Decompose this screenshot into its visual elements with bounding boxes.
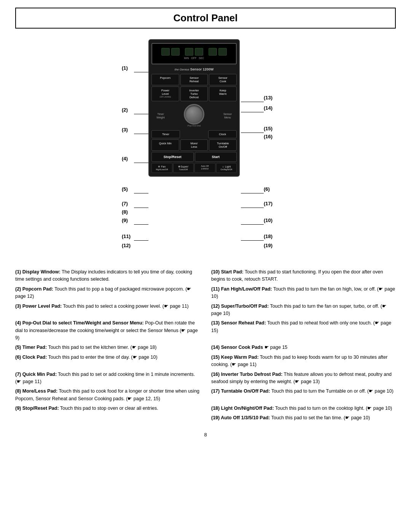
label-sec: SEC	[199, 57, 204, 59]
turntable-button[interactable]: TurntableOn/Off	[209, 139, 237, 151]
desc-14-body: ☛ page 15	[264, 345, 288, 350]
more-less-button[interactable]: More/Less	[180, 139, 208, 151]
desc-5: (5) Timer Pad: Touch this pad to set the…	[15, 344, 200, 351]
fan-icon: ❄ Fan	[152, 165, 172, 168]
callout-16: (16)	[264, 134, 272, 139]
desc-17-title: (17) Turntable On/Off Pad:	[211, 388, 270, 394]
desc-3-body: Touch this pad to select a cooking power…	[63, 304, 189, 309]
timer-clock-row: Timer Clock	[151, 130, 237, 138]
button-row-2: PowerLevel(10 Levels) InverterTurboDefro…	[151, 86, 237, 101]
desc-10: (10) Start Pad: Touch this pad to start …	[211, 268, 396, 283]
callout-18: (18)	[264, 233, 272, 239]
digit-3	[185, 48, 193, 56]
desc-6-title: (6) Clock Pad:	[15, 355, 47, 360]
stop-reset-button[interactable]: Stop/Reset	[151, 152, 194, 162]
line-7	[134, 208, 148, 208]
dial-right-label: SensorMenu	[220, 112, 235, 119]
keep-warm-button[interactable]: KeepWarm	[209, 86, 237, 101]
desc-2: (2) Popcorn Pad: Touch this pad to pop a…	[15, 286, 200, 300]
power-level-button[interactable]: PowerLevel(10 Levels)	[151, 86, 179, 101]
brand-model: Sensor 1200W	[190, 67, 214, 71]
line-3	[134, 134, 148, 134]
label-min: MIN	[184, 57, 189, 59]
desc-9-body: Touch this pad to stop oven or clear all…	[60, 406, 158, 411]
button-row-1: Popcorn SensorReheat SensorCook	[151, 74, 237, 85]
callout-4: (4)	[122, 156, 128, 161]
desc-14-title: (14) Sensor Cook Pads	[211, 345, 263, 350]
desc-1: (1) Display Window: The Display includes…	[15, 268, 200, 283]
descriptions-section: (1) Display Window: The Display includes…	[15, 268, 396, 424]
callout-1: (1)	[122, 65, 128, 71]
desc-12-title: (12) Super/Turbo/Off Pad:	[211, 304, 269, 309]
callout-3: (3)	[122, 127, 128, 133]
desc-11: (11) Fan High/Low/Off Pad: Touch this pa…	[211, 286, 396, 300]
callout-13: (13)	[264, 95, 272, 101]
callout-8: (8)	[122, 209, 128, 215]
dial-caption: Pop-Out Dial	[188, 125, 201, 127]
dial-row: Time/Weight Pop-Out Dial SensorMenu	[151, 102, 237, 129]
callout-5: (5)	[122, 186, 128, 192]
callout-11: (11)	[122, 233, 131, 239]
line-4	[134, 163, 148, 163]
line-17	[241, 208, 264, 208]
fan-button[interactable]: ❄ Fan High/Low/Off	[151, 163, 172, 173]
inverter-turbo-button[interactable]: InverterTurboDefrost	[180, 86, 208, 101]
desc-16: (16) Inverter Turbo Defrost Pad: This fe…	[211, 371, 396, 386]
desc-5-body: Touch this pad to set the kitchen timer.…	[48, 345, 156, 350]
desc-3: (3) Power Level Pad: Touch this pad to s…	[15, 303, 200, 318]
quick-min-button[interactable]: Quick Min	[151, 139, 179, 151]
auto-off-button[interactable]: Auto Off1/3/5/10	[194, 163, 215, 173]
desc-12: (12) Super/Turbo/Off Pad: Touch this pad…	[211, 303, 396, 318]
desc-15-title: (15) Keep Warm Pad:	[211, 355, 259, 360]
desc-19-title: (19) Auto Off 1/3/5/10 Pad:	[211, 415, 270, 420]
desc-6-body: Touch this pad to enter the time of day.…	[48, 355, 158, 360]
desc-6: (6) Clock Pad: Touch this pad to enter t…	[15, 354, 200, 369]
line-11	[134, 240, 148, 241]
line-6	[241, 193, 264, 193]
line-1	[134, 72, 148, 72]
desc-4: (4) Pop-Out Dial to select Time/Weight a…	[15, 320, 200, 342]
line-9	[134, 224, 148, 225]
desc-4-title: (4) Pop-Out Dial to select Time/Weight a…	[15, 320, 144, 326]
desc-11-title: (11) Fan High/Low/Off Pad:	[211, 286, 272, 292]
desc-7-title: (7) Quick Min Pad:	[15, 372, 57, 377]
popcorn-button[interactable]: Popcorn	[151, 74, 179, 85]
page-title: Control Panel	[15, 8, 396, 29]
desc-8-title: (8) More/Less Pad:	[15, 388, 57, 394]
digit-1	[161, 48, 170, 56]
desc-19: (19) Auto Off 1/3/5/10 Pad: Touch this p…	[211, 414, 396, 422]
diagram-section: (1) (2) (3) (4) (5) (7) (8) (9) (11) (12…	[15, 35, 396, 260]
super-turbo-button[interactable]: ❋Super/ Turbo/Off	[173, 163, 194, 173]
start-button[interactable]: Start	[195, 152, 237, 162]
pop-out-dial[interactable]	[184, 104, 204, 125]
desc-5-title: (5) Timer Pad:	[15, 345, 47, 350]
light-button[interactable]: ☼ Light On/Night/Off	[216, 163, 237, 173]
callout-9: (9)	[122, 217, 128, 223]
display-digits	[161, 48, 227, 56]
callout-2: (2)	[122, 107, 128, 113]
sensor-cook-button[interactable]: SensorCook	[209, 74, 237, 85]
digit-6	[218, 48, 227, 56]
desc-9: (9) Stop/Reset Pad: Touch this pad to st…	[15, 405, 200, 412]
timer-button[interactable]: Timer	[151, 130, 180, 138]
desc-18: (18) Light On/Night/Off Pad: Touch this …	[211, 405, 396, 412]
desc-13: (13) Sensor Reheat Pad: Touch this pad t…	[211, 320, 396, 342]
digit-2	[171, 48, 180, 56]
clock-button[interactable]: Clock	[208, 130, 237, 138]
callout-6: (6)	[264, 186, 270, 192]
sensor-reheat-button[interactable]: SensorReheat	[180, 74, 208, 85]
super-icon: ❋Super/	[174, 165, 193, 168]
desc-18-body: Touch this pad to turn on the cooktop li…	[275, 406, 392, 411]
callout-14: (14)	[264, 105, 272, 111]
desc-3-title: (3) Power Level Pad:	[15, 304, 62, 309]
desc-9-title: (9) Stop/Reset Pad:	[15, 406, 59, 411]
line-15	[241, 133, 264, 133]
line-13	[241, 102, 264, 102]
callout-15: (15)	[264, 126, 272, 131]
display-window: MIN OFF SEC	[151, 43, 237, 64]
desc-10-title: (10) Start Pad:	[211, 269, 244, 275]
quick-min-row: Quick Min More/Less TurntableOn/Off	[151, 139, 237, 151]
label-off: OFF	[191, 57, 196, 59]
desc-17: (17) Turntable On/Off Pad: Touch this pa…	[211, 388, 396, 403]
digit-sep	[181, 48, 183, 56]
